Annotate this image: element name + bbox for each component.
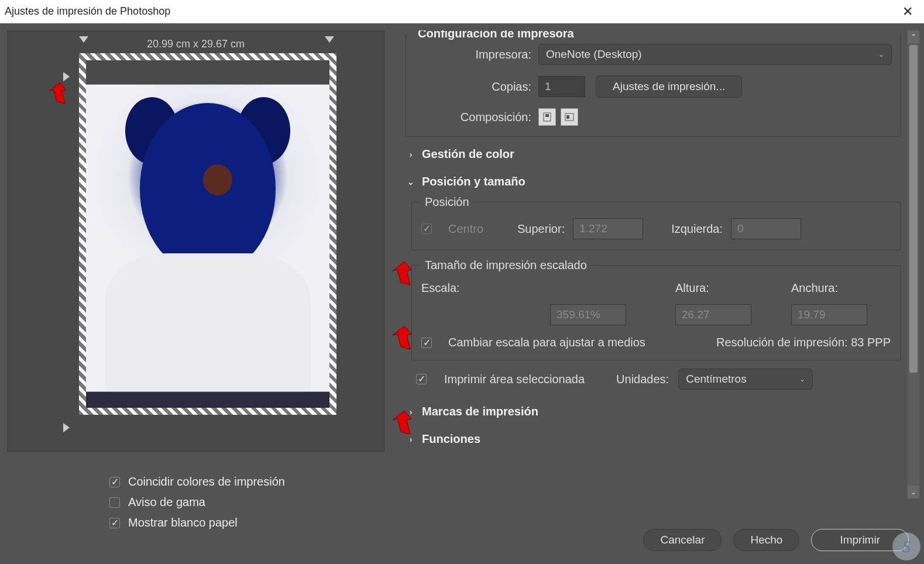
height-input: 26.27 bbox=[675, 304, 751, 325]
title-bar: Ajustes de impresión de Photoshop ✕ bbox=[0, 0, 924, 23]
preview-options: Coincidir colores de impresión Aviso de … bbox=[109, 475, 384, 529]
show-paper-white-label: Mostrar blanco papel bbox=[128, 516, 238, 529]
svg-rect-5 bbox=[545, 114, 549, 117]
copies-label: Copias: bbox=[414, 80, 531, 94]
paper-preview[interactable] bbox=[79, 53, 336, 415]
top-label: Superior: bbox=[517, 222, 565, 236]
position-group: Posición Centro Superior: 1.272 Izquierd… bbox=[411, 195, 901, 250]
left-input: 0 bbox=[731, 218, 801, 239]
dialog-footer: Cancelar Hecho Imprimir bbox=[643, 529, 909, 551]
center-checkbox[interactable] bbox=[421, 223, 432, 234]
units-label: Unidades: bbox=[616, 373, 669, 386]
scaled-legend: Tamaño de impresión escalado bbox=[421, 259, 590, 272]
gamut-warning-checkbox[interactable] bbox=[109, 497, 120, 508]
gamut-warning-label: Aviso de gama bbox=[128, 496, 205, 509]
width-label: Anchura: bbox=[791, 281, 891, 295]
print-resolution-label: Resolución de impresión: 83 PPP bbox=[716, 336, 891, 349]
preview-panel: 20.99 cm x 29.67 cm bbox=[7, 30, 384, 557]
chevron-down-icon: ⌄ bbox=[799, 375, 805, 383]
cancel-button[interactable]: Cancelar bbox=[643, 529, 722, 551]
margin-handle-left-bottom[interactable] bbox=[63, 423, 70, 432]
annotation-arrow-icon bbox=[391, 411, 411, 440]
settings-scrollbar[interactable]: ⌃ ⌄ bbox=[908, 30, 919, 498]
chevron-right-icon: › bbox=[404, 150, 417, 159]
scale-to-fit-label: Cambiar escala para ajustar a medios bbox=[448, 336, 645, 349]
dialog-body: 20.99 cm x 29.67 cm bbox=[0, 23, 924, 564]
printer-label: Impresora: bbox=[414, 48, 531, 61]
left-label: Izquierda: bbox=[671, 222, 723, 236]
height-label: Altura: bbox=[675, 281, 775, 295]
functions-section[interactable]: › Funciones bbox=[391, 425, 905, 453]
match-print-colors-checkbox[interactable] bbox=[109, 477, 120, 487]
copies-input[interactable]: 1 bbox=[538, 76, 585, 97]
svg-marker-3 bbox=[393, 411, 411, 434]
annotation-arrow-icon bbox=[391, 262, 411, 291]
margin-handle-top-left[interactable] bbox=[79, 36, 88, 43]
center-label: Centro bbox=[448, 222, 483, 236]
position-size-section[interactable]: ⌄ Posición y tamaño bbox=[391, 168, 905, 195]
printer-value: OneNote (Desktop) bbox=[546, 48, 642, 61]
scroll-down-icon[interactable]: ⌄ bbox=[908, 486, 919, 498]
printer-setup-legend: Configuración de impresora bbox=[414, 30, 578, 40]
printer-setup-group: Configuración de impresora Impresora: On… bbox=[406, 30, 901, 137]
scaled-print-size-group: Tamaño de impresión escalado Escala: 359… bbox=[411, 259, 901, 360]
show-paper-white-checkbox[interactable] bbox=[109, 518, 120, 528]
annotation-arrow-icon bbox=[391, 326, 411, 355]
settings-panel: Configuración de impresora Impresora: On… bbox=[391, 30, 919, 557]
print-preview-area: 20.99 cm x 29.67 cm bbox=[7, 30, 384, 452]
printer-select[interactable]: OneNote (Desktop) ⌄ bbox=[538, 44, 892, 65]
svg-rect-7 bbox=[566, 115, 569, 119]
scroll-up-icon[interactable]: ⌃ bbox=[908, 30, 919, 43]
watermark-icon: S bbox=[892, 532, 920, 560]
print-selected-area-label: Imprimir área seleccionada bbox=[444, 373, 585, 386]
match-print-colors-label: Coincidir colores de impresión bbox=[128, 475, 285, 489]
margin-handle-left-top[interactable] bbox=[63, 72, 70, 81]
window-title: Ajustes de impresión de Photoshop bbox=[5, 5, 170, 18]
position-legend: Posición bbox=[421, 195, 473, 209]
scrollbar-thumb[interactable] bbox=[909, 45, 918, 373]
print-settings-button[interactable]: Ajustes de impresión... bbox=[596, 75, 742, 98]
scale-label: Escala: bbox=[421, 281, 659, 295]
units-select[interactable]: Centímetros ⌄ bbox=[678, 369, 813, 390]
layout-landscape-icon[interactable] bbox=[561, 108, 578, 126]
svg-marker-0 bbox=[49, 82, 66, 104]
svg-marker-2 bbox=[393, 326, 411, 349]
position-size-content: Posición Centro Superior: 1.272 Izquierd… bbox=[411, 195, 901, 390]
svg-marker-1 bbox=[393, 262, 411, 285]
layout-portrait-icon[interactable] bbox=[538, 108, 556, 126]
chevron-down-icon: ⌄ bbox=[404, 177, 417, 187]
scale-to-fit-checkbox[interactable] bbox=[421, 338, 432, 348]
print-selected-area-checkbox[interactable] bbox=[416, 374, 427, 384]
top-input: 1.272 bbox=[573, 218, 643, 239]
margin-handle-top-right[interactable] bbox=[325, 36, 334, 43]
width-input: 19.79 bbox=[791, 304, 867, 325]
scale-input: 359.61% bbox=[550, 304, 626, 325]
composition-label: Composición: bbox=[414, 111, 531, 124]
close-icon[interactable]: ✕ bbox=[896, 4, 919, 19]
done-button[interactable]: Hecho bbox=[733, 529, 799, 551]
settings-scroll-area: Configuración de impresora Impresora: On… bbox=[391, 30, 919, 498]
chevron-down-icon: ⌄ bbox=[878, 50, 884, 59]
preview-image bbox=[86, 85, 329, 391]
annotation-arrow-icon bbox=[45, 82, 66, 108]
print-marks-section[interactable]: › Marcas de impresión bbox=[391, 398, 905, 425]
color-management-section[interactable]: › Gestión de color bbox=[391, 140, 905, 168]
